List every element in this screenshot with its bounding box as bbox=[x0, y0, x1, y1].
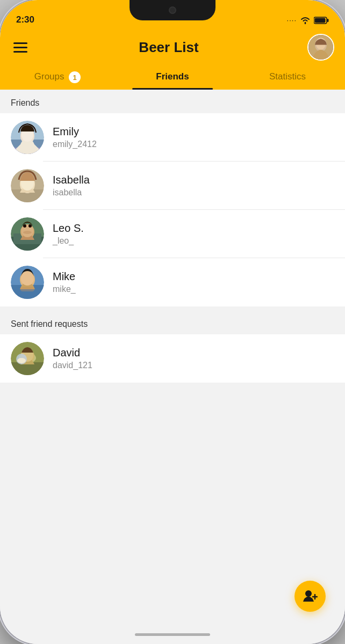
add-person-icon bbox=[303, 589, 318, 604]
friends-list: Emily emily_2412 bbox=[0, 113, 345, 306]
svg-point-35 bbox=[17, 358, 26, 363]
add-friend-fab[interactable] bbox=[294, 581, 326, 612]
wifi-icon bbox=[300, 17, 311, 24]
svg-rect-2 bbox=[315, 18, 326, 23]
list-item[interactable]: Leo S. _leo_ bbox=[0, 210, 345, 258]
tab-statistics[interactable]: Statistics bbox=[230, 66, 345, 90]
leo-avatar bbox=[11, 217, 44, 251]
david-info: David david_121 bbox=[53, 347, 334, 370]
david-name: David bbox=[53, 347, 334, 359]
svg-point-21 bbox=[23, 224, 26, 228]
hamburger-line-2 bbox=[13, 47, 27, 48]
svg-point-27 bbox=[21, 272, 34, 286]
notch bbox=[130, 0, 215, 20]
hamburger-line-3 bbox=[13, 51, 27, 53]
isabella-name: Isabella bbox=[53, 174, 334, 186]
camera bbox=[169, 6, 176, 14]
tab-statistics-label: Statistics bbox=[269, 71, 306, 82]
leo-info: Leo S. _leo_ bbox=[53, 222, 334, 246]
svg-rect-28 bbox=[20, 287, 34, 291]
svg-point-22 bbox=[28, 224, 32, 228]
user-avatar[interactable] bbox=[307, 34, 334, 61]
tab-friends[interactable]: Friends bbox=[115, 66, 230, 90]
phone-screen: 2:30 ···· bbox=[0, 0, 345, 644]
friends-section-header: Friends bbox=[0, 90, 345, 113]
isabella-username: isabella bbox=[53, 188, 334, 197]
emily-name: Emily bbox=[53, 126, 334, 138]
content-area: Friends bbox=[0, 90, 345, 625]
mike-avatar bbox=[11, 266, 44, 299]
signal-icon: ···· bbox=[287, 16, 297, 24]
svg-rect-1 bbox=[327, 19, 329, 22]
isabella-info: Isabella isabella bbox=[53, 174, 334, 197]
app-header: Beer List bbox=[0, 30, 345, 61]
hamburger-line-1 bbox=[13, 42, 27, 44]
emily-avatar-image bbox=[11, 121, 44, 154]
leo-name: Leo S. bbox=[53, 222, 334, 235]
sent-requests-list: David david_121 bbox=[0, 334, 345, 383]
app-title: Beer List bbox=[139, 39, 198, 56]
friends-section-title: Friends bbox=[11, 98, 39, 107]
battery-icon bbox=[314, 17, 329, 24]
leo-avatar-image bbox=[11, 217, 44, 251]
david-avatar bbox=[11, 342, 44, 375]
mike-username: mike_ bbox=[53, 284, 334, 294]
svg-point-23 bbox=[23, 231, 32, 234]
emily-username: emily_2412 bbox=[53, 140, 334, 149]
emily-info: Emily emily_2412 bbox=[53, 126, 334, 149]
mike-avatar-image bbox=[11, 266, 44, 299]
list-item[interactable]: David david_121 bbox=[0, 334, 345, 383]
tab-friends-label: Friends bbox=[156, 71, 189, 82]
sent-requests-section-header: Sent friend requests bbox=[0, 311, 345, 334]
mike-info: Mike mike_ bbox=[53, 270, 334, 294]
isabella-avatar bbox=[11, 169, 44, 202]
david-username: david_121 bbox=[53, 361, 334, 370]
mike-name: Mike bbox=[53, 270, 334, 283]
tab-bar: Groups 1 Friends Statistics bbox=[0, 61, 345, 90]
home-indicator bbox=[0, 625, 345, 644]
svg-point-36 bbox=[305, 590, 312, 597]
list-item[interactable]: Mike mike_ bbox=[0, 258, 345, 306]
sent-requests-title: Sent friend requests bbox=[11, 319, 88, 328]
emily-avatar bbox=[11, 121, 44, 154]
isabella-avatar-image bbox=[11, 169, 44, 202]
status-time: 2:30 bbox=[16, 14, 34, 25]
phone-frame: 2:30 ···· bbox=[0, 0, 345, 644]
content-spacer bbox=[0, 383, 345, 447]
status-bar: 2:30 ···· bbox=[0, 0, 345, 30]
hamburger-menu[interactable] bbox=[11, 40, 30, 55]
leo-username: _leo_ bbox=[53, 236, 334, 246]
tab-groups-label: Groups bbox=[34, 71, 64, 82]
tab-groups[interactable]: Groups 1 bbox=[0, 66, 115, 90]
david-avatar-image bbox=[11, 342, 44, 375]
status-icons: ···· bbox=[287, 16, 329, 25]
tab-groups-badge: 1 bbox=[69, 71, 81, 83]
home-bar bbox=[135, 633, 210, 636]
user-avatar-image bbox=[308, 35, 333, 60]
list-item[interactable]: Emily emily_2412 bbox=[0, 113, 345, 162]
list-item[interactable]: Isabella isabella bbox=[0, 162, 345, 210]
